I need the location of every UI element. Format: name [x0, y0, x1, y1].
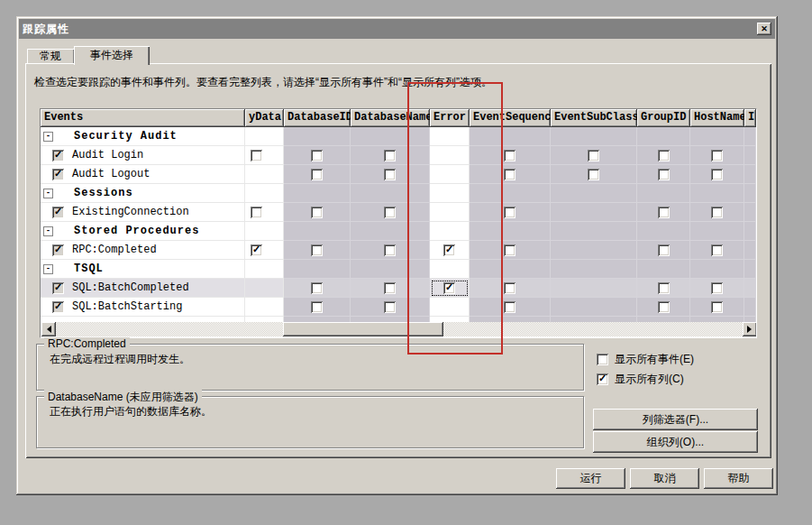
grid-checkbox-databasename[interactable]	[384, 244, 396, 256]
column-header-groupid[interactable]: GroupID	[637, 109, 690, 127]
horizontal-scrollbar[interactable]	[41, 322, 757, 336]
grid-cell	[690, 165, 744, 184]
column-header-databasename[interactable]: DatabaseName	[351, 109, 430, 127]
event-row[interactable]: Audit Logout	[41, 165, 756, 184]
event-row[interactable]: ExistingConnection	[41, 203, 756, 222]
collapse-icon[interactable]: -	[43, 132, 53, 142]
run-button[interactable]: 运行	[556, 468, 625, 489]
close-button[interactable]: ✕	[757, 23, 771, 35]
cancel-button[interactable]: 取消	[630, 468, 699, 489]
grid-checkbox-hostname[interactable]	[711, 169, 723, 180]
grid-checkbox-hostname[interactable]	[711, 150, 723, 161]
show-all-columns-checkbox[interactable]	[597, 373, 608, 385]
event-row[interactable]: Audit Login	[41, 146, 756, 165]
event-label[interactable]: RPC:Completed	[72, 244, 157, 256]
grid-checkbox-eventsequence[interactable]	[504, 150, 515, 161]
grid-checkbox-eventsequence[interactable]	[504, 244, 515, 256]
event-checkbox[interactable]	[52, 150, 64, 161]
column-header-ydata[interactable]: yData	[245, 109, 284, 127]
grid-checkbox-hostname[interactable]	[711, 301, 723, 313]
help-button[interactable]: 帮助	[704, 468, 773, 489]
group-row[interactable]: -Security Audit	[41, 127, 756, 146]
group-row[interactable]: -Sessions	[41, 184, 756, 203]
event-label[interactable]: SQL:BatchCompleted	[72, 281, 189, 294]
scroll-left-button[interactable]	[41, 322, 56, 336]
tab-general[interactable]: 常规	[27, 49, 74, 64]
tab-events-selection[interactable]: 事件选择	[74, 46, 150, 65]
grid-checkbox-databaseid[interactable]	[311, 244, 323, 256]
event-label[interactable]: Audit Logout	[72, 168, 150, 180]
column-header-events[interactable]: Events	[41, 109, 245, 127]
grid-checkbox-eventsequence[interactable]	[504, 207, 515, 218]
scrollbar-track[interactable]	[56, 322, 743, 336]
column-header-i[interactable]: I	[744, 109, 756, 127]
column-header-databaseid[interactable]: DatabaseID	[284, 109, 351, 127]
collapse-icon[interactable]: -	[43, 189, 53, 198]
grid-checkbox-databasename[interactable]	[384, 282, 396, 294]
grid-checkbox-groupid[interactable]	[658, 282, 670, 294]
event-row[interactable]: RPC:Completed	[41, 241, 756, 260]
events-grid: EventsyDataDatabaseIDDatabaseNameErrorEv…	[40, 108, 757, 338]
grid-checkbox-databasename[interactable]	[384, 169, 396, 180]
event-checkbox[interactable]	[52, 169, 64, 180]
grid-checkbox-error[interactable]	[443, 282, 455, 294]
grid-checkbox-eventsequence[interactable]	[504, 169, 515, 180]
grid-cell	[637, 203, 690, 222]
show-all-events-label[interactable]: 显示所有事件(E)	[615, 352, 694, 367]
grid-checkbox-eventsubclass[interactable]	[588, 150, 599, 161]
column-header-error[interactable]: Error	[430, 109, 470, 127]
grid-checkbox-hostname[interactable]	[711, 207, 723, 218]
grid-checkbox-databaseid[interactable]	[311, 150, 323, 161]
grid-checkbox-groupid[interactable]	[658, 301, 670, 313]
grid-cell	[744, 127, 756, 146]
grid-cell	[245, 127, 284, 146]
grid-checkbox-ydata[interactable]	[251, 150, 262, 161]
scroll-right-button[interactable]	[743, 322, 757, 336]
event-label[interactable]: ExistingConnection	[72, 206, 189, 218]
grid-checkbox-groupid[interactable]	[658, 244, 670, 256]
grid-checkbox-groupid[interactable]	[658, 150, 670, 161]
grid-checkbox-ydata[interactable]	[251, 244, 262, 256]
event-checkbox[interactable]	[52, 282, 64, 294]
grid-checkbox-eventsequence[interactable]	[504, 282, 515, 294]
grid-cell	[430, 203, 470, 222]
grid-checkbox-databaseid[interactable]	[311, 282, 323, 294]
grid-cell	[245, 184, 284, 203]
group-row[interactable]: -Stored Procedures	[41, 222, 756, 241]
collapse-icon[interactable]: -	[43, 226, 53, 236]
event-checkbox[interactable]	[52, 207, 64, 218]
event-label[interactable]: SQL:BatchStarting	[72, 300, 182, 313]
column-header-eventsequence[interactable]: EventSequence	[470, 109, 551, 127]
grid-checkbox-eventsequence[interactable]	[504, 301, 515, 313]
grid-checkbox-databasename[interactable]	[384, 207, 396, 218]
event-checkbox[interactable]	[52, 244, 64, 256]
grid-checkbox-hostname[interactable]	[711, 244, 723, 256]
grid-checkbox-databaseid[interactable]	[311, 207, 323, 218]
group-row[interactable]: -TSQL	[41, 260, 756, 279]
event-row[interactable]: SQL:BatchStarting	[41, 298, 756, 317]
grid-checkbox-ydata[interactable]	[251, 207, 262, 218]
grid-checkbox-hostname[interactable]	[711, 282, 723, 294]
scrollbar-thumb[interactable]	[283, 322, 443, 336]
grid-checkbox-databaseid[interactable]	[311, 169, 323, 180]
grid-checkbox-groupid[interactable]	[658, 207, 670, 218]
grid-checkbox-databasename[interactable]	[384, 150, 396, 161]
event-label[interactable]: Audit Login	[72, 149, 143, 161]
grid-checkbox-eventsubclass[interactable]	[588, 169, 599, 180]
column-header-eventsubclass[interactable]: EventSubClass	[551, 109, 637, 127]
organize-columns-button[interactable]: 组织列(O)...	[593, 431, 758, 453]
event-row[interactable]: SQL:BatchCompleted	[41, 279, 756, 298]
column-filters-button[interactable]: 列筛选器(F)...	[593, 409, 758, 430]
grid-header-row: EventsyDataDatabaseIDDatabaseNameErrorEv…	[41, 109, 756, 127]
grid-checkbox-groupid[interactable]	[658, 169, 670, 180]
collapse-icon[interactable]: -	[43, 264, 53, 274]
grid-checkbox-databaseid[interactable]	[311, 301, 323, 313]
grid-checkbox-error[interactable]	[443, 244, 455, 256]
grid-cell	[690, 146, 744, 165]
grid-cell	[284, 241, 351, 260]
event-checkbox[interactable]	[52, 301, 64, 313]
grid-checkbox-databasename[interactable]	[384, 301, 396, 313]
column-header-hostname[interactable]: HostName	[690, 109, 744, 127]
show-all-columns-label[interactable]: 显示所有列(C)	[615, 372, 684, 387]
show-all-events-checkbox[interactable]	[597, 354, 608, 365]
